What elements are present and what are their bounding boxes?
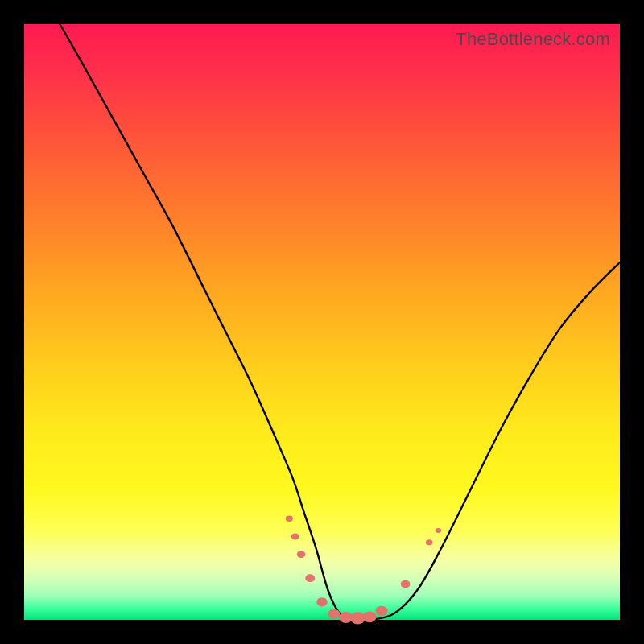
marker-point [363,611,377,622]
marker-point [286,516,293,522]
marker-point [426,539,433,545]
marker-point [436,528,441,533]
marker-point [297,551,306,558]
marker-point [316,597,327,606]
plot-area: TheBottleneck.com [24,24,620,620]
marker-point [291,533,299,539]
valley-curve [60,24,620,621]
marker-group [286,516,441,625]
marker-point [401,580,411,588]
marker-point [305,574,315,582]
chart-svg [24,24,620,620]
marker-point [350,612,365,624]
marker-point [375,606,387,616]
marker-point [328,609,340,618]
outer-frame: TheBottleneck.com [0,0,644,644]
